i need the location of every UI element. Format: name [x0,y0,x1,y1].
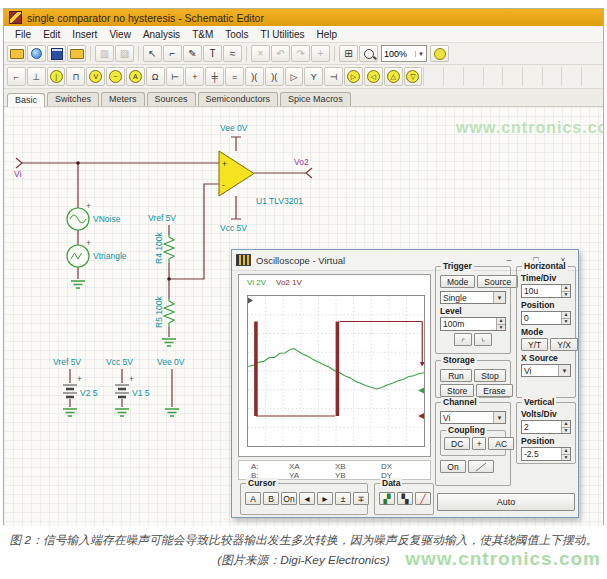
current-source-button[interactable]: A [126,67,145,86]
xsource-select[interactable]: Vi ▼ [521,364,571,377]
menu-file[interactable]: File [9,29,37,40]
open-button[interactable] [7,45,26,62]
cursor-b-button[interactable]: B [263,492,279,505]
interactive-mode-button[interactable] [430,45,449,62]
channel-on-button[interactable]: On [440,460,466,473]
timediv-spin[interactable]: 10u ▲ ▼ [521,284,571,298]
zoom-tool-button[interactable] [359,45,378,62]
erase-data-button[interactable]: ╱ [415,492,431,505]
auto-button[interactable]: Auto [437,493,575,511]
run-button[interactable]: Run [440,369,472,382]
slope-button[interactable] [468,460,494,473]
tab-basic[interactable]: Basic [7,93,45,107]
switch-button[interactable]: ⊢ [166,67,185,86]
voltsdiv-spin[interactable]: 2 ▲ ▼ [521,420,571,434]
relay-button[interactable]: ⊣ [324,67,343,86]
trigger-source-button[interactable]: Source [477,275,518,288]
menu-help[interactable]: Help [311,29,344,40]
ground-button[interactable]: ⊥ [27,67,46,86]
spin-down-icon[interactable]: ▼ [561,291,570,297]
battery-v1[interactable]: Vcc 5V + V1 5 [106,357,150,398]
cursor-prev-button[interactable]: ◄ [299,492,315,505]
coupling-ac-button[interactable]: AC [488,437,514,450]
spin-down-icon[interactable]: ▼ [496,324,505,330]
wire-tool-button[interactable]: ⌐ [163,45,182,62]
copy-data-button[interactable]: ▚ [397,492,413,505]
store-button[interactable]: Store [440,384,474,397]
grid-toggle-button[interactable]: ⊞ [339,45,358,62]
menu-insert[interactable]: Insert [66,29,103,40]
menu-tools[interactable]: Tools [219,29,254,40]
coupling-dc-button[interactable]: DC [444,437,470,450]
vo2-net-label[interactable]: Vo2 [294,157,309,167]
coupling-gnd-button[interactable]: + [472,437,486,450]
scope-display[interactable] [247,295,425,447]
resistor-button[interactable]: Ω [146,67,165,86]
tab-semiconductors[interactable]: Semiconductors [198,92,279,106]
polarized-capacitor-button[interactable]: = [225,67,244,86]
mode-yx-button[interactable]: Y/X [550,338,578,351]
menu-ti-utilities[interactable]: TI Utilities [255,29,311,40]
vee-net-stub[interactable]: Vee 0V [157,357,185,367]
h-position-spin[interactable]: 0 ▲ ▼ [521,311,571,325]
voltage-generator-button[interactable]: ~ [106,67,125,86]
comparator-u1[interactable]: + - U1 TLV3201 Vee 0V Vcc 5V [219,123,303,233]
rising-edge-button[interactable] [454,333,472,346]
resistor-r4[interactable]: R4 100k Vref 5V [148,213,176,264]
vtriangle-source[interactable]: + Vtriangle [67,238,127,267]
comparator-button[interactable]: ◁ [364,67,383,86]
menu-edit[interactable]: Edit [37,29,66,40]
spin-down-icon[interactable]: ▼ [561,454,570,460]
voltage-source-button[interactable]: V [86,67,105,86]
pen-tool-button[interactable]: ✎ [183,45,202,62]
select-tool-button[interactable]: ↖ [143,45,162,62]
trigger-mode-button[interactable]: Mode [440,275,475,288]
export-data-button[interactable]: ▞ [379,492,395,505]
tab-meters[interactable]: Meters [101,92,145,106]
inductor-button[interactable]: )( [245,67,264,86]
export-web-button[interactable] [27,45,46,62]
battery-button[interactable]: | [47,67,66,86]
vnoise-source[interactable]: + VNoise [67,201,121,230]
app-title-bar[interactable]: single comparator no hysteresis - Schema… [4,9,603,26]
cursor-to-min-button[interactable]: ∓ [353,492,369,505]
trigger-mode-select[interactable]: Single ▼ [440,291,506,304]
equation-tool-button[interactable]: ≈ [223,45,242,62]
trigger-level-spin[interactable]: 100m ▲ ▼ [440,317,506,331]
save-button[interactable] [47,45,66,62]
falling-edge-button[interactable] [474,333,492,346]
cursor-to-max-button[interactable]: ± [335,492,351,505]
mode-yt-button[interactable]: Y/T [521,338,548,351]
open-file-button[interactable] [67,45,86,62]
diode-button[interactable]: ▷ [285,67,304,86]
terminal-button[interactable]: ⊓ [66,67,85,86]
cursor-a-button[interactable]: A [245,492,261,505]
v-position-spin[interactable]: -2.5 ▲ ▼ [521,447,571,461]
spin-down-icon[interactable]: ▼ [561,427,570,433]
menu-t-m[interactable]: T&M [186,29,219,40]
opamp-button[interactable]: ▷ [344,67,363,86]
jumper-button[interactable]: ⌐ [7,67,26,86]
channel-select[interactable]: Vi ▼ [440,411,506,424]
transistor-button[interactable]: Y [304,67,323,86]
tab-sources[interactable]: Sources [147,92,196,106]
schematic-canvas[interactable]: www.cntronics.com [4,107,603,528]
erase-button[interactable]: Erase [476,384,512,397]
cursor-on-button[interactable]: On [281,492,297,505]
meter-button[interactable]: △ [384,67,403,86]
macro-button[interactable]: ▽ [404,67,423,86]
resistor-r5[interactable]: R5 100k [154,296,174,328]
capacitor-button[interactable]: ╪ [205,67,224,86]
menu-view[interactable]: View [103,29,137,40]
tab-switches[interactable]: Switches [47,92,99,106]
transformer-button[interactable]: )( [265,67,284,86]
cursor-next-button[interactable]: ► [317,492,333,505]
zoom-level-select[interactable]: 100% ▼ [381,45,427,62]
vi-net-label[interactable]: Vi [14,169,22,179]
stop-button[interactable]: Stop [474,369,506,382]
spin-down-icon[interactable]: ▼ [561,318,570,324]
battery-v2[interactable]: Vref 5V + V2 5 [53,357,98,398]
menu-analysis[interactable]: Analysis [137,29,186,40]
node-button[interactable]: + [185,67,204,86]
text-tool-button[interactable]: T [203,45,222,62]
